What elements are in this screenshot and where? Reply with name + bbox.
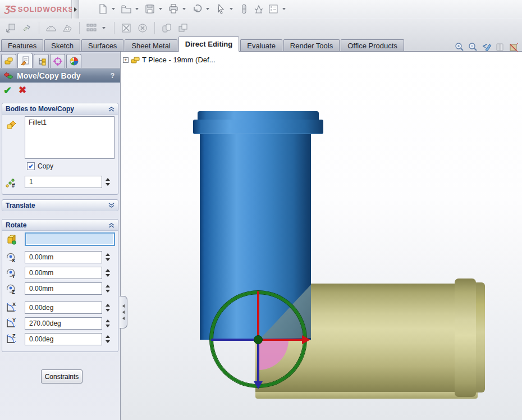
svg-text:X: X [12,258,15,263]
rotate-angle-y-input[interactable]: 270.00deg [25,317,102,330]
tab-sheet-metal[interactable]: Sheet Metal [125,39,177,52]
axis-up-red[interactable] [257,291,259,340]
undo-dropdown-caret[interactable] [206,8,209,10]
delete-hole-icon[interactable] [61,22,74,34]
appearances-book-icon[interactable] [494,42,505,52]
rotate-origin-z-input[interactable]: 0.00mm [25,282,102,295]
new-dropdown-caret[interactable] [112,8,115,10]
direct-editing-toolbar [0,19,522,37]
copied-body-collar[interactable] [455,279,476,397]
collapse-chevron-icon [108,222,115,228]
part-icon [131,56,140,64]
delete-face-icon[interactable] [45,22,57,34]
rotate-origin-x-spinner[interactable] [104,251,111,263]
tree-part-label[interactable]: T Piece - 19mm (Def... [142,56,216,64]
collapse-chevron-icon [108,106,115,112]
selected-body-collar[interactable] [193,120,323,134]
open-dropdown-caret[interactable] [135,8,139,10]
dimxpert-manager-tab[interactable] [50,54,65,68]
bodies-list-box[interactable]: Fillet1 [25,116,115,159]
translate-group-header[interactable]: Translate [2,200,118,211]
rotate-origin-x-input[interactable]: 0.00mm [25,251,102,263]
view-rotate-icon[interactable] [481,42,492,52]
select-cursor-icon[interactable] [214,3,227,15]
tab-features[interactable]: Features [1,39,43,52]
constraints-button[interactable]: Constraints [41,369,83,384]
menu-expand-handle[interactable] [72,0,79,19]
axis-left-blue[interactable] [211,339,258,341]
svg-text:X: X [12,302,16,307]
save-icon[interactable] [144,3,156,15]
tab-surfaces[interactable]: Surfaces [81,39,123,52]
task-list-icon[interactable] [267,3,280,15]
zoom-in-icon[interactable] [454,42,465,52]
rotate-angle-x-spinner[interactable] [104,302,111,314]
triad-center-handle[interactable] [254,335,263,344]
number-of-copies-icon: # [5,176,17,188]
undo-icon[interactable] [191,3,203,15]
rotate-origin-y-input[interactable]: 0.00mm [25,267,102,279]
copied-body-endcap[interactable] [476,282,485,392]
configuration-manager-tab[interactable] [34,54,49,68]
section-view-icon[interactable] [508,42,519,52]
rotate-angle-x-icon: X [5,302,17,314]
tasklist-dropdown-caret[interactable] [282,8,286,10]
copies-count-input[interactable]: 1 [25,176,102,188]
rotate-angle-z-input[interactable]: 0.00deg [25,333,102,345]
new-document-icon[interactable] [97,3,109,15]
select-dropdown-caret[interactable] [230,8,233,10]
rotate-origin-z-spinner[interactable] [104,282,111,295]
model-scene[interactable] [121,52,522,420]
save-dropdown-caret[interactable] [159,8,162,10]
error-check-icon[interactable] [136,22,149,34]
tab-sketch[interactable]: Sketch [44,39,80,52]
rotate-reference-field[interactable] [25,232,115,246]
pattern-dropdown-caret[interactable] [102,27,106,29]
svg-text:#: # [12,182,15,188]
tab-office-products[interactable]: Office Products [341,39,404,52]
delete-body-icon[interactable] [120,22,132,34]
combine-bodies-icon[interactable] [177,22,189,34]
rotate-angle-z-spinner[interactable] [104,333,111,345]
cancel-button[interactable]: ✖ [19,84,26,97]
pattern-icon[interactable] [85,22,98,34]
print-icon[interactable] [167,3,180,15]
tab-evaluate[interactable]: Evaluate [240,39,282,52]
move-face-icon[interactable] [4,22,17,34]
body-list-item[interactable]: Fillet1 [29,118,47,126]
reference-icon[interactable] [238,3,250,15]
toolbar-separator [154,22,155,34]
tab-render-tools[interactable]: Render Tools [283,39,340,52]
panel-collapse-handle[interactable] [120,296,127,328]
svg-text:Z: Z [12,289,15,295]
top-chrome: ƷS SOLIDWORKS [0,0,522,52]
copy-bodies-icon[interactable] [161,22,173,34]
property-manager-tab[interactable] [17,53,33,68]
axis-down-arrowhead-icon[interactable] [254,381,263,389]
axis-x-arrowhead-icon[interactable] [302,335,310,344]
copy-checkbox[interactable]: ✔ [27,162,35,170]
svg-text:Y: Y [12,273,15,279]
copies-count-spinner[interactable] [104,176,111,188]
tree-expand-toggle[interactable]: + [123,57,129,63]
rotate-group-header[interactable]: Rotate [2,220,118,231]
ok-button[interactable]: ✔ [3,84,12,97]
feature-manager-tab[interactable] [1,54,16,68]
selected-body-rim[interactable] [198,111,319,120]
axis-x-arrow-shaft[interactable] [258,339,302,341]
display-manager-tab[interactable] [66,54,81,68]
bodies-group-header[interactable]: Bodies to Move/Copy [2,103,118,115]
rebuild-stamp-icon[interactable] [253,3,265,15]
open-icon[interactable] [120,3,132,15]
help-button[interactable]: ? [111,72,117,80]
rotate-angle-y-spinner[interactable] [104,317,111,330]
graphics-viewport[interactable]: + T Piece - 19mm (Def... [121,52,522,420]
print-dropdown-caret[interactable] [182,8,186,10]
rotate-angle-x-input[interactable]: 0.00deg [25,302,102,314]
rotate-origin-y-spinner[interactable] [104,267,111,279]
tab-direct-editing[interactable]: Direct Editing [178,36,240,52]
zoom-to-area-icon[interactable] [468,42,478,52]
axis-down-arrow-shaft[interactable] [257,340,259,381]
command-manager-tabbar: Features Sketch Surfaces Sheet Metal Dir… [0,37,522,52]
move-copy-bodies-icon[interactable] [21,22,33,34]
